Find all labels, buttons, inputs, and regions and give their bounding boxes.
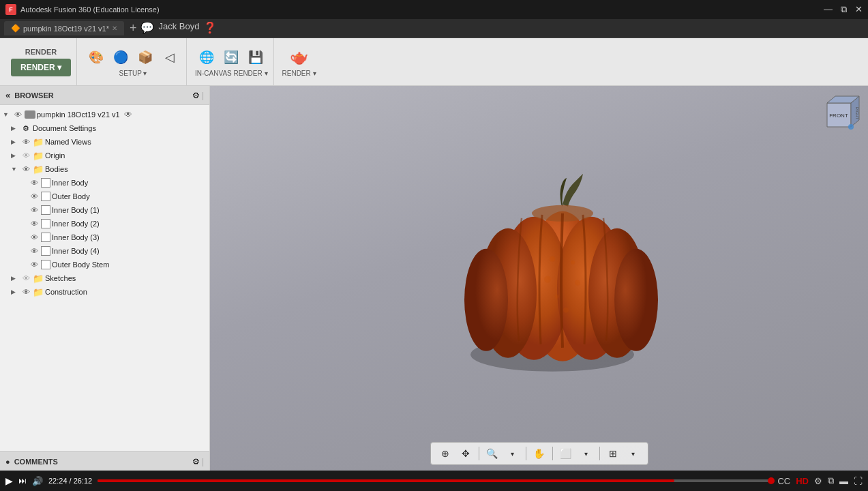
tree-item-outer-body[interactable]: 👁 Outer Body bbox=[0, 190, 209, 203]
tree-item-origin[interactable]: ▶ 👁 📁 Origin bbox=[0, 149, 209, 162]
inner-body-3-eye[interactable]: 👁 bbox=[29, 232, 40, 243]
play-button[interactable]: ▶ bbox=[5, 475, 13, 486]
root-eye-icon[interactable]: 👁 bbox=[12, 109, 23, 120]
vp-hand-btn[interactable]: ✋ bbox=[530, 445, 548, 462]
bodies-arrow[interactable]: ▼ bbox=[11, 166, 19, 173]
inner-body-2-eye[interactable]: 👁 bbox=[29, 218, 40, 229]
color-wheel-group: 🎨 bbox=[85, 46, 107, 68]
vp-pan-btn[interactable]: ✥ bbox=[457, 445, 475, 462]
construction-label: Construction bbox=[45, 288, 87, 296]
add-tab-button[interactable]: + bbox=[130, 21, 137, 35]
volume-button[interactable]: 🔊 bbox=[32, 476, 43, 486]
pip-button[interactable]: ⧉ bbox=[828, 475, 834, 486]
teapot-icon[interactable]: 🫖 bbox=[288, 46, 310, 68]
vp-grid-btn[interactable]: ⊞ bbox=[604, 445, 622, 462]
minimize-button[interactable]: — bbox=[824, 4, 833, 15]
tree-item-sketches[interactable]: ▶ 👁 📁 Sketches bbox=[0, 271, 209, 285]
origin-label: Origin bbox=[45, 151, 65, 160]
pumpkin-model bbox=[447, 153, 678, 381]
close-button[interactable]: ✕ bbox=[855, 4, 863, 15]
browser-collapse-icon[interactable]: « bbox=[5, 90, 10, 100]
bodies-eye[interactable]: 👁 bbox=[20, 164, 31, 175]
inner-body-4-eye[interactable]: 👁 bbox=[29, 246, 40, 256]
comments-collapse-icon[interactable]: ● bbox=[5, 458, 10, 466]
tree-item-inner-body-3[interactable]: 👁 Inner Body (3) bbox=[0, 230, 209, 244]
inner-body-1-eye[interactable]: 👁 bbox=[29, 205, 40, 215]
doc-settings-icon: ⚙ bbox=[20, 123, 31, 134]
skip-button[interactable]: ⏭ bbox=[18, 476, 27, 486]
outer-body-eye[interactable]: 👁 bbox=[29, 191, 40, 202]
toolbar-render2-section: 🫖 RENDER ▾ bbox=[277, 38, 322, 85]
restore-button[interactable]: ⧉ bbox=[841, 4, 847, 15]
cc-button[interactable]: CC bbox=[777, 476, 790, 486]
render-sphere-icon[interactable]: 🌐 bbox=[196, 46, 218, 68]
environment-icon[interactable]: 🔵 bbox=[110, 46, 132, 68]
vp-grid-dropdown-btn[interactable]: ▾ bbox=[625, 445, 642, 462]
render-button[interactable]: RENDER ▾ bbox=[11, 59, 71, 76]
inner-body-2-label: Inner Body (2) bbox=[52, 220, 100, 228]
sketches-eye[interactable]: 👁 bbox=[20, 273, 31, 284]
bump5 bbox=[555, 295, 559, 299]
tree-item-outer-body-stem[interactable]: 👁 Outer Body Stem bbox=[0, 258, 209, 271]
viewport[interactable]: FRONT RIGHT ⊕ ✥ 🔍 ▾ ✋ ⬜ ▾ ⊞ ▾ bbox=[210, 86, 868, 471]
root-expand-arrow[interactable]: ▼ bbox=[3, 111, 11, 118]
color-wheel-icon[interactable]: 🎨 bbox=[85, 46, 107, 68]
fullscreen-button[interactable]: ⛶ bbox=[854, 476, 863, 486]
outer-body-stem-eye[interactable]: 👁 bbox=[29, 259, 40, 270]
light-icon[interactable]: ◁ bbox=[159, 46, 181, 68]
main-toolbar: RENDER RENDER ▾ 🎨 🔵 📦 ◁ SETUP ▾ 🌐 bbox=[0, 38, 868, 86]
inner-body-1-icon bbox=[41, 205, 50, 215]
theater-button[interactable]: ▬ bbox=[839, 476, 848, 486]
named-views-arrow[interactable]: ▶ bbox=[11, 138, 19, 145]
chat-icon[interactable]: 💬 bbox=[140, 21, 154, 35]
comments-settings-icon[interactable]: ⚙ bbox=[192, 457, 200, 466]
help-icon[interactable]: ❓ bbox=[203, 21, 217, 35]
inner-body-eye[interactable]: 👁 bbox=[29, 177, 40, 188]
tree-item-named-views[interactable]: ▶ 👁 📁 Named Views bbox=[0, 135, 209, 149]
vp-zoom-dropdown-btn[interactable]: ▾ bbox=[504, 445, 522, 462]
construction-eye[interactable]: 👁 bbox=[20, 286, 31, 297]
named-views-eye[interactable]: 👁 bbox=[20, 136, 31, 147]
browser-header-left: « BROWSER bbox=[5, 90, 54, 100]
in-canvas-label: IN-CANVAS RENDER ▾ bbox=[195, 70, 268, 77]
browser-settings-icon[interactable]: ⚙ bbox=[192, 91, 200, 100]
browser-content: ▼ 👁 pumpkin 18Oct19 v21 v1 👁 ▶ ⚙ Documen… bbox=[0, 105, 209, 451]
vp-display-btn[interactable]: ⬜ bbox=[557, 445, 575, 462]
tree-item-doc-settings[interactable]: ▶ ⚙ Document Settings bbox=[0, 121, 209, 135]
outer-body-icon bbox=[41, 192, 50, 201]
hd-button[interactable]: HD bbox=[796, 476, 809, 486]
vp-zoom-btn[interactable]: 🔍 bbox=[483, 445, 501, 462]
viewcube[interactable]: FRONT RIGHT bbox=[817, 93, 861, 139]
tree-item-construction[interactable]: ▶ 👁 📁 Construction bbox=[0, 285, 209, 299]
root-folder-icon bbox=[25, 110, 35, 119]
tree-item-inner-body-2[interactable]: 👁 Inner Body (2) bbox=[0, 217, 209, 230]
settings-button[interactable]: ⚙ bbox=[814, 476, 822, 486]
comments-header-left: ● COMMENTS bbox=[5, 458, 58, 466]
vp-orbit-btn[interactable]: ⊕ bbox=[436, 445, 454, 462]
render-save-icon[interactable]: 💾 bbox=[245, 46, 267, 68]
groove-center bbox=[561, 213, 563, 348]
progress-bar-container[interactable] bbox=[98, 479, 772, 482]
doc-settings-arrow[interactable]: ▶ bbox=[11, 125, 19, 132]
construction-arrow[interactable]: ▶ bbox=[11, 288, 19, 295]
svg-text:RIGHT: RIGHT bbox=[855, 107, 859, 120]
tree-item-inner-body-4[interactable]: 👁 Inner Body (4) bbox=[0, 244, 209, 258]
tree-item-bodies[interactable]: ▼ 👁 📁 Bodies bbox=[0, 162, 209, 176]
inner-body-4-icon bbox=[41, 246, 50, 256]
window-controls[interactable]: — ⧉ ✕ bbox=[824, 4, 863, 15]
browser-divider-icon: | bbox=[202, 91, 204, 100]
tree-root-item[interactable]: ▼ 👁 pumpkin 18Oct19 v21 v1 👁 bbox=[0, 108, 209, 121]
vp-display-dropdown-btn[interactable]: ▾ bbox=[578, 445, 595, 462]
origin-eye[interactable]: 👁 bbox=[20, 150, 31, 161]
document-tab[interactable]: 🔶 pumpkin 18Oct19 v21 v1* ✕ bbox=[4, 21, 124, 35]
root-view-icon[interactable]: 👁 bbox=[124, 110, 132, 119]
sketches-arrow[interactable]: ▶ bbox=[11, 275, 19, 282]
vp-sep3 bbox=[552, 447, 553, 460]
render-settings-icon[interactable]: 🔄 bbox=[220, 46, 242, 68]
decal-icon[interactable]: 📦 bbox=[134, 46, 156, 68]
tree-item-inner-body-1[interactable]: 👁 Inner Body (1) bbox=[0, 203, 209, 217]
origin-arrow[interactable]: ▶ bbox=[11, 152, 19, 159]
tree-item-inner-body[interactable]: 👁 Inner Body bbox=[0, 176, 209, 190]
comments-header[interactable]: ● COMMENTS ⚙ | bbox=[0, 451, 209, 471]
tab-close-button[interactable]: ✕ bbox=[112, 25, 117, 32]
